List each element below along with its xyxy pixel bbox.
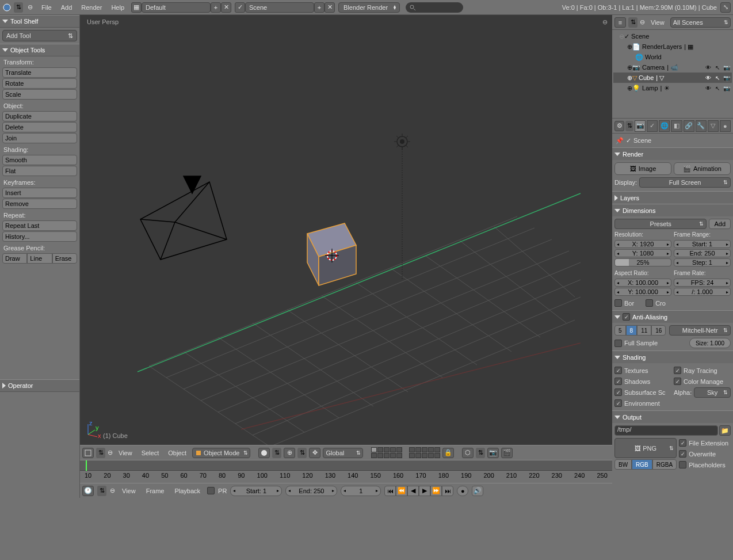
res-percent-field[interactable]: 25% — [614, 258, 671, 266]
crop-checkbox[interactable] — [646, 299, 653, 307]
screen-delete-button[interactable]: ✕ — [221, 2, 231, 13]
output-panel-header[interactable]: Output — [612, 410, 733, 423]
timeline-cursor[interactable] — [86, 460, 87, 471]
bw-button[interactable]: BW — [614, 459, 632, 470]
shading-panel-header[interactable]: Shading — [612, 351, 733, 363]
overwrite-checkbox[interactable]: ✓ — [679, 450, 686, 458]
keyframe-next-button[interactable]: ⏩ — [430, 486, 442, 496]
aa-enable-checkbox[interactable]: ✓ — [623, 313, 630, 321]
scene-browse-icon[interactable]: ✓ — [235, 2, 245, 13]
aa-11[interactable]: 11 — [637, 325, 651, 336]
alpha-dropdown[interactable]: Sky — [694, 387, 731, 398]
timeline-editor-icon[interactable]: 🕐 — [82, 486, 94, 496]
mode-dropdown[interactable]: Object Mode — [192, 448, 250, 458]
lock-layers-icon[interactable]: 🔒 — [442, 448, 454, 458]
fps-base-field[interactable]: ◂/: 1.000▸ — [674, 288, 731, 296]
audio-mute-toggle[interactable]: 🔊 — [472, 486, 483, 496]
outliner-view-menu[interactable]: View — [647, 19, 668, 26]
dimension-presets-dropdown[interactable]: Presets — [614, 219, 707, 229]
outliner-display-dropdown[interactable]: All Scenes — [670, 17, 731, 28]
file-browse-icon[interactable]: 📁 — [719, 425, 731, 436]
3dview-collapse-icon[interactable]: ⊖ — [108, 449, 113, 456]
fps-field[interactable]: ◂FPS: 24▸ — [674, 279, 731, 287]
scene-delete-button[interactable]: ✕ — [324, 2, 335, 13]
timeline-area[interactable]: 1020304050607080901001101201301401501601… — [80, 460, 612, 483]
jump-end-button[interactable]: ⏭ — [442, 486, 453, 496]
render-image-button[interactable]: 🖼Image — [614, 162, 671, 175]
gp-erase-button[interactable]: Erase — [52, 253, 77, 264]
aspect-y-field[interactable]: ◂Y: 100.000▸ — [614, 288, 671, 296]
color-manage-checkbox[interactable]: ✓ — [674, 378, 681, 385]
add-preset-button[interactable]: Add — [709, 219, 731, 229]
tab-world[interactable]: 🌐 — [659, 120, 670, 132]
tab-constraints[interactable]: 🔗 — [684, 120, 694, 132]
duplicate-button[interactable]: Duplicate — [2, 111, 77, 121]
res-y-field[interactable]: ◂Y: 1080▸ — [614, 249, 671, 257]
textures-checkbox[interactable]: ✓ — [614, 367, 622, 374]
scale-button[interactable]: Scale — [2, 89, 77, 100]
border-checkbox[interactable] — [614, 299, 622, 307]
outliner-editor-icon[interactable]: ≡ — [614, 17, 626, 28]
menu-help[interactable]: Help — [106, 4, 129, 11]
snap-element-dropdown[interactable]: ⇅ — [476, 448, 485, 458]
tab-scene[interactable]: ✓ — [647, 120, 658, 132]
file-format-dropdown[interactable]: 🖼 PNG — [614, 438, 677, 458]
res-x-field[interactable]: ◂X: 1920▸ — [614, 240, 671, 248]
3dview-editor-dropdown[interactable]: ⇅ — [96, 448, 105, 458]
timeline-playback-menu[interactable]: Playback — [171, 487, 204, 494]
full-sample-checkbox[interactable] — [614, 340, 622, 347]
screen-add-button[interactable]: + — [211, 2, 221, 13]
gp-draw-button[interactable]: Draw — [2, 253, 27, 264]
aa-size-field[interactable]: Size: 1.000 — [689, 338, 731, 348]
menu-file[interactable]: File — [37, 4, 56, 11]
remove-keyframe-button[interactable]: Remove — [2, 199, 77, 209]
render-engine-dropdown[interactable]: Blender Render — [338, 2, 400, 13]
add-tool-dropdown[interactable]: Add Tool⇅ — [2, 30, 77, 41]
timeline-collapse-icon[interactable]: ⊖ — [110, 487, 115, 494]
editor-type-dropdown[interactable]: ⇅ — [14, 2, 23, 13]
tab-material[interactable]: ● — [720, 120, 731, 132]
3d-viewport[interactable]: User Persp ⊖ — [80, 15, 612, 445]
display-dropdown[interactable]: Full Screen — [639, 177, 731, 188]
search-input[interactable] — [406, 2, 463, 13]
timeline-track[interactable] — [80, 460, 612, 471]
renderable-icon[interactable]: 📷 — [723, 63, 731, 71]
join-button[interactable]: Join — [2, 133, 77, 143]
fr-end-field[interactable]: ◂End: 250▸ — [674, 249, 731, 257]
current-frame-field[interactable]: ◂1▸ — [341, 486, 381, 496]
tree-lamp[interactable]: ⊕ 💡 Lamp| ☀👁↖📷 — [613, 83, 732, 93]
keyframe-prev-button[interactable]: ⏪ — [396, 486, 407, 496]
fr-start-field[interactable]: ◂Start: 1▸ — [674, 240, 731, 248]
aa-8[interactable]: 8 — [626, 325, 637, 336]
file-ext-checkbox[interactable]: ✓ — [679, 439, 686, 447]
outliner-collapse-icon[interactable]: ⊖ — [640, 18, 645, 26]
selectable-icon[interactable]: ↖ — [713, 63, 721, 71]
viewport-shading-icon[interactable] — [258, 448, 270, 458]
render-animation-button[interactable]: 🎬Animation — [674, 162, 731, 175]
preview-range-toggle[interactable] — [207, 487, 215, 494]
visibility-icon[interactable]: 👁 — [704, 84, 712, 92]
opengl-render-icon[interactable]: 📷 — [487, 448, 499, 458]
opengl-anim-icon[interactable]: 🎬 — [501, 448, 513, 458]
placeholders-checkbox[interactable] — [679, 461, 686, 468]
select-menu[interactable]: Select — [138, 449, 163, 456]
operator-panel-header[interactable]: Operator — [0, 379, 79, 392]
timeline-frame-menu[interactable]: Frame — [143, 487, 168, 494]
start-frame-field[interactable]: ◂Start: 1▸ — [230, 486, 282, 496]
fr-step-field[interactable]: ◂Step: 1▸ — [674, 258, 731, 266]
renderable-icon[interactable]: 📷 — [723, 84, 731, 92]
rotate-button[interactable]: Rotate — [2, 78, 77, 89]
3dview-editor-icon[interactable] — [82, 448, 94, 458]
viewport-shading-dropdown[interactable]: ⇅ — [272, 448, 281, 458]
collapse-menus-icon[interactable]: ⊖ — [24, 2, 36, 13]
jump-start-button[interactable]: ⏮ — [384, 486, 396, 496]
properties-editor-dropdown[interactable]: ⇅ — [625, 121, 633, 131]
end-frame-field[interactable]: ◂End: 250▸ — [285, 486, 337, 496]
timeline-editor-dropdown[interactable]: ⇅ — [97, 486, 106, 496]
outliner-editor-dropdown[interactable]: ⇅ — [628, 17, 637, 28]
history-button[interactable]: History... — [2, 231, 77, 242]
auto-keyframe-toggle[interactable]: ● — [457, 486, 468, 496]
tree-scene[interactable]: ⊖ ✓ Scene — [613, 31, 732, 41]
play-button[interactable]: ▶ — [419, 486, 430, 496]
screen-layout-field[interactable]: Default — [142, 2, 211, 13]
